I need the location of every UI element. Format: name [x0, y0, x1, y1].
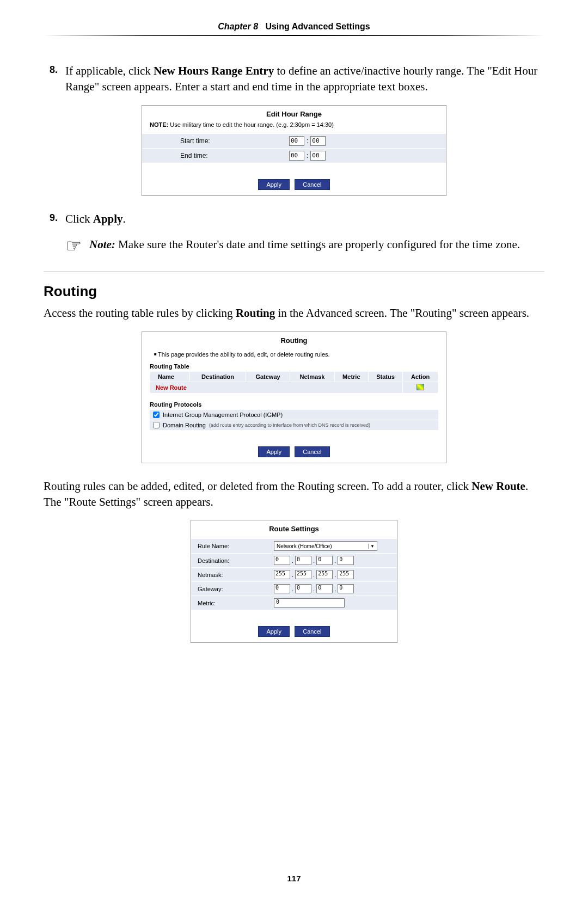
nm-octet-3[interactable]: 255	[316, 570, 333, 579]
domain-routing-label: Domain Routing	[163, 422, 206, 428]
routing-intro: Access the routing table rules by clicki…	[44, 305, 544, 321]
start-time-label: Start time:	[180, 137, 289, 145]
step-8: 8. If applicable, click New Hours Range …	[44, 63, 544, 95]
edit-hour-note: NOTE: Use military time to edit the hour…	[142, 119, 446, 133]
gw-octet-2[interactable]: 0	[295, 584, 311, 593]
chapter-title: Using Advanced Settings	[265, 22, 370, 31]
note-block: ☞ Note: Make sure the Router's date and …	[65, 237, 544, 255]
add-route-icon[interactable]	[416, 384, 424, 390]
routing-protocols-heading: Routing Protocols	[142, 394, 446, 409]
end-time-label: End time:	[180, 152, 289, 159]
route-settings-figure: Route Settings Rule Name: Network (Home/…	[191, 520, 397, 643]
end-min-input[interactable]: 00	[310, 151, 326, 161]
gw-octet-1[interactable]: 0	[274, 584, 290, 593]
rule-name-label: Rule Name:	[198, 543, 274, 549]
col-destination: Destination	[190, 371, 246, 382]
routing-figure: Routing This page provides the ability t…	[142, 332, 446, 463]
routing-heading: Routing	[44, 283, 544, 300]
rule-name-row: Rule Name: Network (Home/Office) ▼	[191, 538, 397, 553]
apply-button[interactable]: Apply	[258, 626, 290, 637]
step-8-number: 8.	[44, 63, 65, 95]
dest-octet-4[interactable]: 0	[338, 556, 354, 565]
routing-table: Name Destination Gateway Netmask Metric …	[150, 371, 438, 394]
rule-name-select[interactable]: Network (Home/Office) ▼	[274, 541, 377, 551]
pointing-hand-icon: ☞	[65, 237, 89, 255]
cancel-button[interactable]: Cancel	[295, 179, 329, 190]
cancel-button[interactable]: Cancel	[295, 626, 329, 637]
gateway-row: Gateway: 0. 0. 0. 0	[191, 581, 397, 596]
header-rule	[44, 35, 544, 36]
gw-octet-4[interactable]: 0	[338, 584, 354, 593]
start-time-row: Start time: 00 : 00	[142, 133, 446, 148]
section-divider	[44, 272, 544, 272]
col-status: Status	[368, 371, 403, 382]
col-action: Action	[403, 371, 438, 382]
nm-octet-4[interactable]: 255	[338, 570, 354, 579]
apply-button[interactable]: Apply	[258, 446, 290, 457]
netmask-row: Netmask: 255. 255. 255. 255	[191, 567, 397, 581]
col-name: Name	[150, 371, 190, 382]
chapter-number: Chapter 8	[218, 22, 258, 31]
page-number: 117	[0, 874, 588, 883]
routing-fig-desc: This page provides the ability to add, e…	[142, 346, 446, 360]
new-route-row: New Route	[150, 382, 438, 393]
gw-octet-3[interactable]: 0	[316, 584, 333, 593]
gateway-label: Gateway:	[198, 586, 274, 592]
igmp-row: Internet Group Management Protocol (IGMP…	[150, 409, 438, 420]
step-8-text: If applicable, click New Hours Range Ent…	[65, 63, 544, 95]
step-9-text: Click Apply.	[65, 211, 544, 227]
igmp-checkbox[interactable]	[153, 412, 160, 418]
dest-octet-3[interactable]: 0	[316, 556, 333, 565]
domain-routing-sub: (add route entry according to interface …	[209, 422, 370, 428]
destination-label: Destination:	[198, 557, 274, 564]
domain-routing-checkbox[interactable]	[153, 422, 160, 428]
col-metric: Metric	[334, 371, 368, 382]
igmp-label: Internet Group Management Protocol (IGMP…	[163, 412, 283, 418]
routing-fig-title: Routing	[142, 332, 446, 346]
route-settings-title: Route Settings	[191, 520, 397, 534]
start-hour-input[interactable]: 00	[289, 136, 304, 146]
cancel-button[interactable]: Cancel	[295, 446, 329, 457]
step-9: 9. Click Apply.	[44, 211, 544, 227]
netmask-label: Netmask:	[198, 572, 274, 578]
chapter-header: Chapter 8 Using Advanced Settings	[44, 22, 544, 41]
routing-after-text: Routing rules can be added, edited, or d…	[44, 478, 544, 511]
nm-octet-2[interactable]: 255	[295, 570, 311, 579]
step-9-number: 9.	[44, 211, 65, 227]
metric-label: Metric:	[198, 600, 274, 606]
dest-octet-2[interactable]: 0	[295, 556, 311, 565]
end-time-row: End time: 00 : 00	[142, 148, 446, 163]
destination-row: Destination: 0. 0. 0. 0	[191, 553, 397, 567]
edit-hour-range-figure: Edit Hour Range NOTE: Use military time …	[142, 105, 446, 196]
apply-button[interactable]: Apply	[258, 179, 290, 190]
domain-routing-row: Domain Routing (add route entry accordin…	[150, 420, 438, 430]
metric-row: Metric: 0	[191, 596, 397, 610]
metric-input[interactable]: 0	[274, 598, 345, 608]
start-min-input[interactable]: 00	[310, 136, 326, 146]
routing-table-header-row: Name Destination Gateway Netmask Metric …	[150, 371, 438, 382]
col-netmask: Netmask	[290, 371, 335, 382]
nm-octet-1[interactable]: 255	[274, 570, 290, 579]
end-hour-input[interactable]: 00	[289, 151, 304, 161]
chevron-down-icon: ▼	[368, 544, 375, 549]
routing-table-heading: Routing Table	[142, 360, 446, 371]
col-gateway: Gateway	[246, 371, 290, 382]
dest-octet-1[interactable]: 0	[274, 556, 290, 565]
edit-hour-title: Edit Hour Range	[142, 106, 446, 119]
new-route-link[interactable]: New Route	[152, 384, 187, 391]
